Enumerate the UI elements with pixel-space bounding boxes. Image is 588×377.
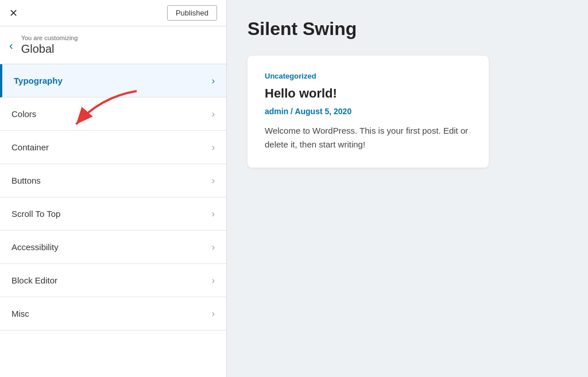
close-icon[interactable]: ✕ — [9, 8, 18, 18]
menu-item-buttons[interactable]: Buttons› — [0, 164, 226, 197]
menu-item-misc[interactable]: Misc› — [0, 297, 226, 331]
chevron-right-icon: › — [212, 76, 215, 86]
menu-item-label-colors: Colors — [11, 109, 36, 119]
post-excerpt: Welcome to WordPress. This is your first… — [265, 124, 471, 151]
customizing-label: You are customizing — [21, 34, 78, 41]
menu-item-accessibility[interactable]: Accessibility› — [0, 231, 226, 264]
menu-item-typography[interactable]: Typography› — [0, 64, 226, 98]
menu-item-scroll-to-top[interactable]: Scroll To Top› — [0, 197, 226, 231]
customizing-block: You are customizing Global — [21, 34, 78, 56]
post-meta: admin / August 5, 2020 — [265, 107, 471, 116]
menu-item-label-accessibility: Accessibility — [11, 242, 59, 252]
menu-item-colors[interactable]: Colors› — [0, 98, 226, 131]
chevron-right-icon: › — [212, 176, 215, 186]
content-area: Silent Swing Uncategorized Hello world! … — [227, 0, 588, 377]
menu-item-label-block-editor: Block Editor — [11, 275, 57, 285]
top-bar: ✕ Published — [0, 0, 226, 26]
chevron-right-icon: › — [212, 209, 215, 219]
site-title: Silent Swing — [247, 18, 567, 40]
chevron-right-icon: › — [212, 142, 215, 153]
menu-item-label-container: Container — [11, 142, 49, 152]
menu-item-label-typography: Typography — [14, 76, 63, 85]
menu-item-block-editor[interactable]: Block Editor› — [0, 264, 226, 297]
published-button[interactable]: Published — [167, 5, 217, 21]
chevron-right-icon: › — [212, 109, 215, 119]
post-title: Hello world! — [265, 86, 471, 101]
post-category[interactable]: Uncategorized — [265, 72, 471, 80]
menu-item-label-scroll-to-top: Scroll To Top — [11, 209, 60, 219]
back-arrow-icon[interactable]: ‹ — [9, 40, 13, 51]
menu-list: Typography›Colors›Container›Buttons›Scro… — [0, 64, 226, 377]
sidebar: ✕ Published ‹ You are customizing Global… — [0, 0, 227, 377]
chevron-right-icon: › — [212, 309, 215, 319]
menu-item-label-buttons: Buttons — [11, 176, 41, 185]
chevron-right-icon: › — [212, 275, 215, 286]
chevron-right-icon: › — [212, 242, 215, 252]
menu-item-label-misc: Misc — [11, 309, 29, 318]
back-header: ‹ You are customizing Global — [0, 26, 226, 64]
customizing-title: Global — [21, 42, 78, 56]
post-card: Uncategorized Hello world! admin / Augus… — [247, 56, 489, 168]
menu-item-container[interactable]: Container› — [0, 131, 226, 164]
